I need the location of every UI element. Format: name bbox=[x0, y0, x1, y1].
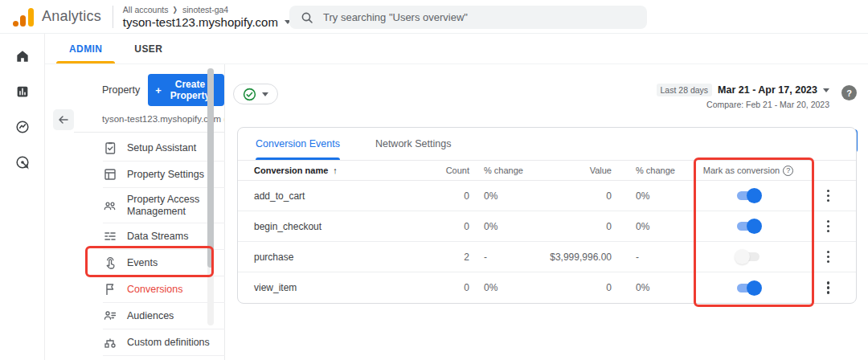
property-menu: Setup Assistant Property Settings Proper… bbox=[45, 135, 225, 360]
col-conversion-name[interactable]: Conversion name ↑ bbox=[238, 166, 415, 175]
col-value-change: % change bbox=[612, 166, 696, 175]
property-settings-icon bbox=[103, 167, 117, 182]
property-section-label: Property bbox=[102, 84, 140, 96]
help-icon[interactable]: ? bbox=[841, 85, 857, 100]
account-switcher[interactable]: All accounts ❯ sinotest-ga4 tyson-test12… bbox=[123, 5, 291, 29]
tab-user[interactable]: USER bbox=[118, 34, 178, 63]
table-row: add_to_cart 0 0% 0 0% bbox=[238, 181, 856, 211]
property-selector[interactable]: tyson-test123.myshopify.com bbox=[123, 15, 291, 29]
col-count[interactable]: Count bbox=[415, 166, 469, 175]
date-compare-label: Compare: Feb 21 - Mar 20, 2023 bbox=[657, 100, 829, 109]
menu-item-data-settings[interactable]: Data Settings bbox=[103, 356, 225, 360]
property-selector-label: tyson-test123.myshopify.com bbox=[123, 15, 278, 29]
explore-icon[interactable] bbox=[13, 117, 32, 137]
table-header-row: Conversion name ↑ Count % change Value %… bbox=[238, 160, 856, 181]
app-header: Analytics All accounts ❯ sinotest-ga4 ty… bbox=[0, 0, 868, 34]
tab-network-settings[interactable]: Network Settings bbox=[375, 128, 451, 160]
chevron-down-icon bbox=[823, 88, 829, 92]
setup-assistant-icon bbox=[103, 141, 117, 155]
panel-divider bbox=[74, 132, 224, 133]
col-mark-as-conversion: Mark as conversion ? bbox=[696, 166, 800, 176]
advertising-icon[interactable] bbox=[13, 153, 32, 172]
chevron-down-icon bbox=[262, 92, 268, 96]
mark-as-conversion-toggle[interactable] bbox=[735, 219, 762, 235]
table-row: begin_checkout 0 0% 0 0% bbox=[238, 211, 856, 242]
breadcrumb-property[interactable]: sinotest-ga4 bbox=[182, 5, 228, 14]
row-menu-icon[interactable] bbox=[824, 278, 833, 297]
value-change-value: - bbox=[612, 252, 696, 263]
breadcrumb-account[interactable]: All accounts bbox=[123, 5, 169, 14]
admin-user-tabs: ADMIN USER bbox=[45, 34, 868, 64]
arrow-left-icon bbox=[57, 113, 70, 126]
value-cell: 0 bbox=[546, 221, 612, 232]
value-change-value: 0% bbox=[612, 190, 696, 202]
data-collection-status-pill[interactable] bbox=[233, 84, 278, 104]
analytics-logo-icon[interactable] bbox=[13, 7, 34, 27]
property-panel: Property + Create Property tyson-test123… bbox=[45, 64, 225, 360]
conversion-name: purchase bbox=[238, 252, 415, 263]
col-count-change: % change bbox=[469, 166, 546, 175]
plus-icon: + bbox=[155, 85, 162, 96]
audiences-icon bbox=[103, 309, 117, 323]
count-change-value: 0% bbox=[469, 221, 546, 232]
count-value: 0 bbox=[415, 221, 469, 232]
search-input[interactable]: Try searching "Users overview" bbox=[289, 6, 647, 29]
value-cell: $3,999,996.00 bbox=[546, 252, 612, 263]
reports-icon[interactable] bbox=[13, 82, 32, 101]
left-nav-rail bbox=[0, 34, 45, 360]
row-menu-icon[interactable] bbox=[824, 186, 833, 206]
conversion-events-card: Conversion Events Network Settings Conve… bbox=[237, 127, 857, 304]
collapse-panel-button[interactable] bbox=[53, 109, 74, 130]
date-range-control: Last 28 days Mar 21 - Apr 17, 2023 Compa… bbox=[657, 84, 829, 109]
conversion-name: view_item bbox=[238, 282, 415, 293]
count-value: 2 bbox=[415, 252, 469, 263]
conversion-name: add_to_cart bbox=[238, 190, 415, 202]
card-tabs: Conversion Events Network Settings bbox=[238, 128, 856, 160]
scrollbar-thumb[interactable] bbox=[207, 68, 214, 268]
count-change-value: - bbox=[469, 252, 546, 263]
property-access-icon bbox=[103, 198, 117, 213]
menu-item-custom-definitions[interactable]: Custom definitions bbox=[103, 329, 225, 356]
value-change-value: 0% bbox=[612, 282, 696, 293]
panel-scrollbar[interactable] bbox=[207, 68, 214, 325]
row-menu-icon[interactable] bbox=[824, 217, 833, 236]
conversion-name: begin_checkout bbox=[238, 221, 415, 232]
data-streams-icon bbox=[103, 229, 117, 243]
help-circle-icon[interactable]: ? bbox=[783, 166, 793, 176]
value-change-value: 0% bbox=[612, 221, 696, 232]
count-change-value: 0% bbox=[469, 282, 546, 293]
value-cell: 0 bbox=[546, 190, 612, 202]
home-icon[interactable] bbox=[13, 47, 32, 66]
breadcrumb: All accounts ❯ sinotest-ga4 bbox=[123, 5, 291, 14]
sort-ascending-icon: ↑ bbox=[333, 166, 338, 175]
table-row: view_item 0 0% 0 0% bbox=[238, 272, 856, 303]
mark-as-conversion-toggle[interactable] bbox=[735, 249, 762, 265]
table-row: purchase 2 - $3,999,996.00 - bbox=[238, 242, 856, 272]
search-icon bbox=[301, 11, 313, 24]
header-divider bbox=[113, 6, 113, 28]
value-cell: 0 bbox=[546, 282, 612, 293]
search-placeholder: Try searching "Users overview" bbox=[323, 11, 468, 23]
date-preset-chip: Last 28 days bbox=[657, 84, 713, 96]
mark-as-conversion-toggle[interactable] bbox=[735, 280, 762, 296]
date-range-picker[interactable]: Mar 21 - Apr 17, 2023 bbox=[718, 84, 829, 96]
count-value: 0 bbox=[415, 282, 469, 293]
app-name: Analytics bbox=[42, 8, 101, 25]
conversions-flag-icon bbox=[103, 282, 117, 297]
chevron-right-icon: ❯ bbox=[173, 6, 178, 14]
mark-as-conversion-toggle[interactable] bbox=[735, 188, 762, 204]
col-value[interactable]: Value bbox=[546, 166, 612, 175]
count-change-value: 0% bbox=[469, 190, 546, 202]
events-icon bbox=[103, 256, 117, 270]
tab-admin[interactable]: ADMIN bbox=[53, 34, 118, 63]
row-menu-icon[interactable] bbox=[824, 248, 833, 267]
tab-conversion-events[interactable]: Conversion Events bbox=[256, 128, 340, 160]
custom-definitions-icon bbox=[103, 335, 117, 350]
count-value: 0 bbox=[415, 190, 469, 202]
success-check-icon bbox=[243, 88, 256, 101]
